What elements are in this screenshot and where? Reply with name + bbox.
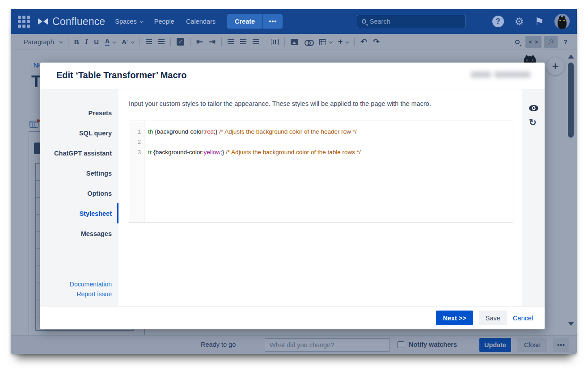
header-icons: ? ⚙ ⚑ [492,14,570,29]
save-button[interactable]: Save [479,311,507,325]
notifications-flag-icon[interactable]: ⚑ [534,17,544,27]
tab-stylesheet[interactable]: Stylesheet [40,203,118,223]
logo-text: Confluence [52,16,105,28]
chevron-down-icon [140,19,143,23]
sidebar-links: Documentation Report issue [70,279,112,299]
confluence-logo[interactable]: Confluence [37,16,105,28]
dialog-right-rail: ↻ [522,89,545,306]
cat-avatar-image [558,17,567,29]
app-window: Confluence Spaces People Calendars Creat… [11,9,577,354]
line-number: 2 [129,137,141,147]
user-avatar[interactable] [554,14,570,29]
report-issue-link[interactable]: Report issue [70,289,112,299]
tab-sql-query[interactable]: SQL query [40,123,118,143]
dialog-footer: Next >> Save Cancel [40,306,545,329]
create-button[interactable]: Create [227,14,262,29]
code-line: tr {background-color:yellow;} /* Adjusts… [148,147,513,157]
preview-eye-icon[interactable] [529,105,538,111]
nav-calendars[interactable]: Calendars [186,18,216,25]
header-search-input[interactable]: Search [357,15,465,28]
code-line [148,137,513,147]
app-switcher-icon[interactable] [18,16,30,28]
dialog-main: Input your custom styles to tailor the a… [118,89,522,306]
header-more-button[interactable]: ••• [263,14,283,29]
line-number: 3 [129,147,141,157]
code-line: th {background-color:red;} /* Adjusts th… [148,126,513,137]
refresh-icon[interactable]: ↻ [529,118,537,127]
stylesheet-instruction: Input your custom styles to tailor the a… [129,100,431,107]
redacted-version-text [471,69,533,80]
dialog-body: Presets SQL query ChatGPT assistant Sett… [40,89,545,306]
tab-options[interactable]: Options [40,183,118,203]
help-icon[interactable]: ? [492,16,504,27]
tab-presets[interactable]: Presets [40,103,118,123]
search-placeholder: Search [370,18,390,25]
documentation-link[interactable]: Documentation [70,279,112,289]
nav-people[interactable]: People [154,18,174,25]
nav-spaces-label: Spaces [115,18,136,25]
dialog-sidebar: Presets SQL query ChatGPT assistant Sett… [40,89,118,306]
tab-settings[interactable]: Settings [40,163,118,183]
gear-icon[interactable]: ⚙ [515,17,524,27]
code-area[interactable]: th {background-color:red;} /* Adjusts th… [144,121,513,223]
tab-messages[interactable]: Messages [40,223,118,244]
confluence-logo-icon [37,17,49,25]
line-number-gutter: 1 2 3 [129,121,144,223]
css-code-editor[interactable]: 1 2 3 th {background-color:red;} /* Adju… [129,121,513,223]
dialog-title: Edit ‘Table Transformer’ Macro [56,70,187,80]
nav-spaces[interactable]: Spaces [115,18,142,25]
cancel-button[interactable]: Cancel [513,315,533,322]
tab-chatgpt-assistant[interactable]: ChatGPT assistant [40,143,118,163]
line-number: 1 [129,126,141,137]
next-button[interactable]: Next >> [436,311,473,325]
confluence-header: Confluence Spaces People Calendars Creat… [11,9,577,34]
search-icon [362,19,366,24]
dialog-header: Edit ‘Table Transformer’ Macro [40,63,545,89]
macro-dialog: Edit ‘Table Transformer’ Macro Presets S… [40,63,545,329]
